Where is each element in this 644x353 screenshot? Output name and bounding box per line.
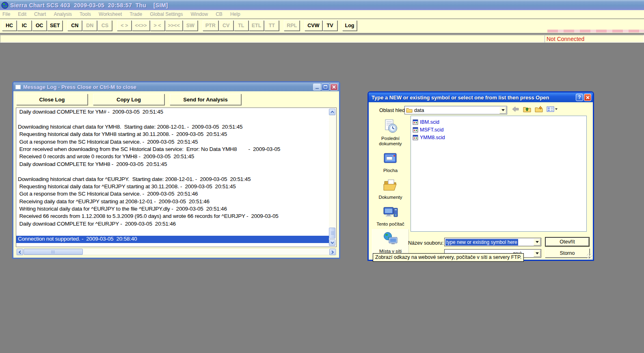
toolbar-button-log[interactable]: Log <box>342 20 357 31</box>
file-item[interactable]: MSFT.scid <box>413 126 586 133</box>
log-line[interactable]: Daily download COMPLETE for ^EURJPY - 20… <box>16 221 329 228</box>
menu-item-cb[interactable]: CB <box>216 11 223 17</box>
network-places-icon <box>383 231 399 248</box>
log-line[interactable]: Received 66 records from 1.12.2008 to 5.… <box>16 213 329 220</box>
menu-item-analysis[interactable]: Analysis <box>54 11 72 17</box>
log-line[interactable]: Daily download COMPLETE for YM# - 2009-0… <box>16 109 329 116</box>
message-log-titlebar[interactable]: Message Log - Press Close or Ctrl-M to c… <box>13 82 339 91</box>
log-line-selected[interactable]: Connection not supported. - 2009-03-05 2… <box>16 236 329 243</box>
open-button[interactable]: Otevřít <box>545 237 590 247</box>
help-button[interactable]: ? <box>576 94 583 101</box>
log-line[interactable]: Daily download COMPLETE for YMH8 - 2009-… <box>16 161 329 168</box>
log-text[interactable]: Daily download COMPLETE for YM# - 2009-0… <box>16 109 329 247</box>
scroll-left-icon[interactable] <box>17 249 23 255</box>
log-line[interactable]: Downloading historical chart data for ^E… <box>16 176 329 183</box>
scroll-up-icon[interactable] <box>329 109 335 115</box>
toolbar-group: < ><<>>> <>><<SW <box>117 20 198 31</box>
horizontal-scrollbar[interactable] <box>16 248 337 255</box>
menu-item-file[interactable]: File <box>2 11 10 17</box>
menu-item-tools[interactable]: Tools <box>80 11 91 17</box>
toolbar-button-cv[interactable]: CV <box>219 20 233 31</box>
scroll-down-icon[interactable] <box>329 239 335 246</box>
place-recent-documents[interactable]: Poslední dokumenty <box>372 117 409 149</box>
toolbar-button-set[interactable]: SET <box>47 20 63 31</box>
toolbar-button-sw[interactable]: SW <box>183 20 198 31</box>
maximize-button[interactable] <box>322 84 329 90</box>
look-in-combobox[interactable]: data <box>404 106 507 114</box>
toolbar-button-gt-lt[interactable]: > < <box>150 20 165 31</box>
scroll-right-icon[interactable] <box>329 249 336 255</box>
log-line[interactable] <box>16 228 329 235</box>
toolbar-button-tv[interactable]: TV <box>323 20 337 31</box>
toolbar-button-etl[interactable]: ETL <box>249 20 264 31</box>
background-window-artifact <box>547 30 644 32</box>
toolbar-button-tl[interactable]: TL <box>234 20 249 31</box>
toolbar-group: PTRCVTLETLTT <box>203 20 280 31</box>
dialog-close-icon[interactable] <box>584 94 591 101</box>
place-network-places[interactable]: Místa v síti <box>372 229 409 257</box>
toolbar-button-hc[interactable]: HC <box>2 20 17 31</box>
minimize-button[interactable] <box>313 84 321 90</box>
place-documents[interactable]: Dokumenty <box>372 176 409 202</box>
vertical-scroll-thumb[interactable] <box>329 228 335 239</box>
close-icon[interactable] <box>330 84 338 90</box>
place-desktop[interactable]: Plocha <box>372 149 409 176</box>
menu-item-edit[interactable]: Edit <box>18 11 26 17</box>
log-line[interactable] <box>16 116 329 123</box>
vertical-scrollbar[interactable] <box>329 108 336 246</box>
menu-item-global-settings[interactable]: Global Settings <box>150 11 183 17</box>
filename-dropdown-icon[interactable] <box>534 239 540 245</box>
close-log-button[interactable]: Close Log <box>16 94 88 105</box>
toolbar-button-rpl[interactable]: RPL <box>284 20 300 31</box>
log-line[interactable]: Downloading historical chart data for YM… <box>16 124 329 131</box>
menu-item-help[interactable]: Help <box>230 11 240 17</box>
toolbar-button-cvw[interactable]: CVW <box>305 20 322 31</box>
log-line[interactable]: Receiving daily data for ^EURJPY startin… <box>16 198 329 206</box>
log-line[interactable]: Writing historical daily data for ^EURJP… <box>16 206 329 213</box>
menu-item-worksheet[interactable]: Worksheet <box>99 11 122 17</box>
menu-item-window[interactable]: Window <box>191 11 208 17</box>
app-titlebar[interactable]: Sierra Chart SCS 403 2009-03-05 20:58:57… <box>0 0 644 10</box>
log-line[interactable]: Requesting historical daily data for ^EU… <box>16 183 329 191</box>
up-folder-icon[interactable] <box>523 106 531 112</box>
toolbar-button-tt[interactable]: TT <box>264 20 279 31</box>
cancel-button[interactable]: Storno <box>545 248 590 258</box>
send-for-analysis-button[interactable]: Send for Analysis <box>170 94 241 105</box>
toolbar-button-dn[interactable]: DN <box>82 20 97 31</box>
toolbar-button-oc[interactable]: OC <box>32 20 47 31</box>
toolbar-button-cn[interactable]: CN <box>67 20 82 31</box>
copy-log-button[interactable]: Copy Log <box>93 94 164 105</box>
toolbar-button-lt-gt[interactable]: < > <box>117 20 132 31</box>
new-folder-icon[interactable] <box>535 106 543 112</box>
file-item[interactable]: YMM8.scid <box>413 133 586 141</box>
toolbar-button-ltlt-gtgt[interactable]: <<>> <box>132 20 149 31</box>
log-line[interactable]: Error received when downloading from the… <box>16 146 329 153</box>
horizontal-scroll-thumb[interactable] <box>24 249 83 255</box>
place-my-computer[interactable]: Tento počítač <box>372 202 409 229</box>
look-in-dropdown-icon[interactable] <box>499 107 506 114</box>
menu-item-chart[interactable]: Chart <box>34 11 46 17</box>
toolbar-button-cs[interactable]: CS <box>97 20 112 31</box>
filetype-dropdown-icon[interactable] <box>534 250 540 257</box>
file-name: IBM.scid <box>420 119 439 125</box>
menu-item-trade[interactable]: Trade <box>130 11 142 17</box>
filename-combobox[interactable]: type new or existing symbol here <box>444 238 541 246</box>
log-line[interactable]: Got a response from the SC Historical Da… <box>16 191 329 198</box>
dialog-titlebar[interactable]: Type a NEW or existing symbol or select … <box>369 93 593 102</box>
log-line[interactable]: Got a response from the SC Historical Da… <box>16 139 329 146</box>
back-icon[interactable] <box>512 106 519 112</box>
file-item[interactable]: IBM.scid <box>413 118 586 126</box>
filename-value: type new or existing symbol here <box>445 239 518 245</box>
log-line[interactable] <box>16 168 329 176</box>
log-line[interactable]: Received 0 records and wrote 0 records f… <box>16 153 329 161</box>
resize-grip[interactable] <box>587 254 592 259</box>
toolbar-button-ptr[interactable]: PTR <box>203 20 218 31</box>
place-label: Dokumenty <box>378 195 402 200</box>
toolbar: HCICOCSETCNDNCS< ><<>>> <>><<SWPTRCVTLET… <box>0 19 644 34</box>
views-icon[interactable] <box>547 106 558 112</box>
log-line[interactable]: Requesting historical daily data for YMH… <box>16 131 329 138</box>
toolbar-button-gtgt-ltlt[interactable]: >><< <box>165 20 183 31</box>
file-list[interactable]: IBM.scidMSFT.scidYMM8.scid <box>411 116 587 232</box>
recent-documents-icon <box>383 118 399 135</box>
toolbar-button-ic[interactable]: IC <box>17 20 32 31</box>
